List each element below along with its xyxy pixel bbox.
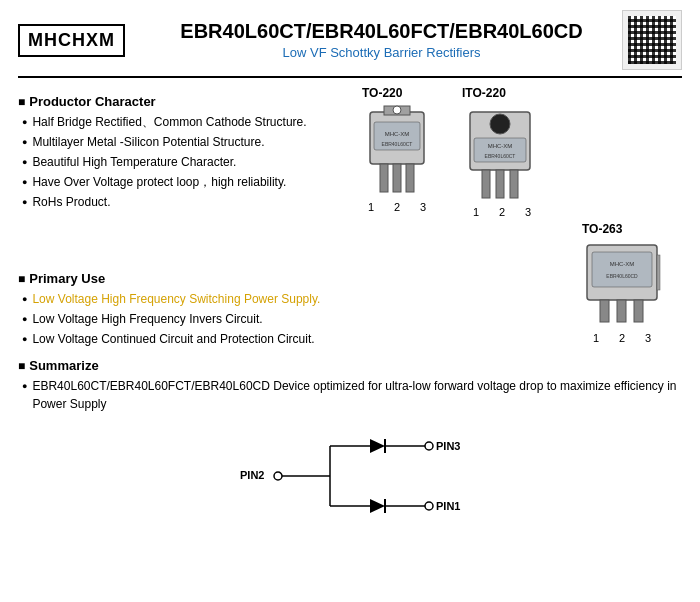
svg-text:EBR40L60CD: EBR40L60CD: [606, 273, 638, 279]
section-summarize-title: Summarize: [18, 358, 682, 373]
bullet-text: Have Over Voltage protect loop，high reli…: [32, 173, 286, 191]
primary-list: Low Voltage High Frequency Switching Pow…: [18, 290, 352, 348]
svg-text:EBR40L60CT: EBR40L60CT: [382, 141, 413, 147]
right-column: TO-220 MHC-XM EBR40L60CT: [362, 86, 682, 350]
list-item: Multilayer Metal -Silicon Potential Stru…: [22, 133, 352, 151]
logo: MHCHXM: [18, 24, 125, 57]
list-item: Beautiful High Temperature Character.: [22, 153, 352, 171]
pin-3: 3: [521, 206, 535, 218]
circuit-diagram: PIN2 PIN3 PIN1: [18, 421, 682, 531]
list-item: EBR40L60CT/EBR40L60FCT/EBR40L60CD Device…: [22, 377, 682, 413]
list-item: Have Over Voltage protect loop，high reli…: [22, 173, 352, 191]
list-item: Low Voltage Continued Circuit and Protec…: [22, 330, 352, 348]
svg-marker-36: [370, 499, 385, 513]
svg-point-33: [425, 442, 433, 450]
svg-point-2: [393, 106, 401, 114]
bullet-text: Multilayer Metal -Silicon Potential Stru…: [32, 133, 264, 151]
package-ito220: ITO-220 MHC-XM EBR40L60CT: [462, 86, 542, 218]
list-item: Half Bridge Rectified、Common Cathode Str…: [22, 113, 352, 131]
pin-1: 1: [589, 332, 603, 344]
ito220-pins: 1 2 3: [469, 206, 535, 218]
svg-text:MHC-XM: MHC-XM: [610, 261, 635, 267]
list-item: Low Voltage High Frequency Switching Pow…: [22, 290, 352, 308]
section-character-title: Productor Character: [18, 94, 352, 109]
svg-rect-18: [592, 252, 652, 287]
svg-point-26: [274, 472, 282, 480]
svg-rect-6: [380, 164, 388, 192]
svg-text:MHC-XM: MHC-XM: [488, 143, 513, 149]
page: MHCHXM EBR40L60CT/EBR40L60FCT/EBR40L60CD…: [0, 0, 700, 602]
main-content: Productor Character Half Bridge Rectifie…: [18, 86, 682, 350]
summarize-section: Summarize EBR40L60CT/EBR40L60FCT/EBR40L6…: [18, 358, 682, 413]
pin-2: 2: [390, 201, 404, 213]
left-column: Productor Character Half Bridge Rectifie…: [18, 86, 362, 350]
pin-1: 1: [469, 206, 483, 218]
bullet-text: EBR40L60CT/EBR40L60FCT/EBR40L60CD Device…: [32, 377, 682, 413]
svg-rect-7: [393, 164, 401, 192]
svg-text:PIN2: PIN2: [240, 469, 264, 481]
svg-rect-16: [510, 170, 518, 198]
list-item: RoHs Product.: [22, 193, 352, 211]
bullet-text: Half Bridge Rectified、Common Cathode Str…: [32, 113, 306, 131]
section-primary-title: Primary Use: [18, 271, 352, 286]
svg-rect-22: [617, 300, 626, 322]
header-center: EBR40L60CT/EBR40L60FCT/EBR40L60CD Low VF…: [141, 20, 622, 60]
bullet-text: Beautiful High Temperature Character.: [32, 153, 236, 171]
package-to220-label: TO-220: [362, 86, 402, 100]
svg-text:PIN3: PIN3: [436, 440, 460, 452]
package-ito220-label: ITO-220: [462, 86, 506, 100]
bullet-text: RoHs Product.: [32, 193, 110, 211]
svg-marker-30: [370, 439, 385, 453]
packages-top-row: TO-220 MHC-XM EBR40L60CT: [362, 86, 682, 218]
svg-rect-14: [482, 170, 490, 198]
to220-pins: 1 2 3: [364, 201, 430, 213]
pin-2: 2: [495, 206, 509, 218]
list-item: Low Voltage High Frequency Invers Circui…: [22, 310, 352, 328]
svg-text:EBR40L60CT: EBR40L60CT: [485, 153, 516, 159]
packages-bottom-row: TO-263 MHC-XM EBR40L60CD: [362, 222, 662, 344]
package-to263: TO-263 MHC-XM EBR40L60CD: [582, 222, 662, 344]
pin-2: 2: [615, 332, 629, 344]
svg-text:PIN1: PIN1: [436, 500, 460, 512]
pin-3: 3: [416, 201, 430, 213]
svg-point-39: [425, 502, 433, 510]
pin-3: 3: [641, 332, 655, 344]
package-to263-label: TO-263: [582, 222, 622, 236]
to263-pins: 1 2 3: [589, 332, 655, 344]
summarize-list: EBR40L60CT/EBR40L60FCT/EBR40L60CD Device…: [18, 377, 682, 413]
bullet-text: Low Voltage Continued Circuit and Protec…: [32, 330, 314, 348]
ito220-diagram: MHC-XM EBR40L60CT: [462, 104, 542, 204]
svg-rect-15: [496, 170, 504, 198]
bullet-text: Low Voltage High Frequency Invers Circui…: [32, 310, 262, 328]
bullet-text: Low Voltage High Frequency Switching Pow…: [32, 290, 320, 308]
svg-rect-21: [600, 300, 609, 322]
svg-rect-23: [634, 300, 643, 322]
to263-diagram: MHC-XM EBR40L60CD: [582, 240, 662, 330]
svg-text:MHC-XM: MHC-XM: [385, 131, 410, 137]
pin-1: 1: [364, 201, 378, 213]
header-subtitle: Low VF Schottky Barrier Rectifiers: [141, 45, 622, 60]
svg-point-10: [490, 114, 510, 134]
qr-code: [622, 10, 682, 70]
package-to220: TO-220 MHC-XM EBR40L60CT: [362, 86, 432, 218]
header: MHCHXM EBR40L60CT/EBR40L60FCT/EBR40L60CD…: [18, 10, 682, 78]
to220-diagram: MHC-XM EBR40L60CT: [362, 104, 432, 199]
character-list: Half Bridge Rectified、Common Cathode Str…: [18, 113, 352, 211]
svg-rect-8: [406, 164, 414, 192]
svg-rect-24: [657, 255, 660, 290]
header-title: EBR40L60CT/EBR40L60FCT/EBR40L60CD: [141, 20, 622, 43]
